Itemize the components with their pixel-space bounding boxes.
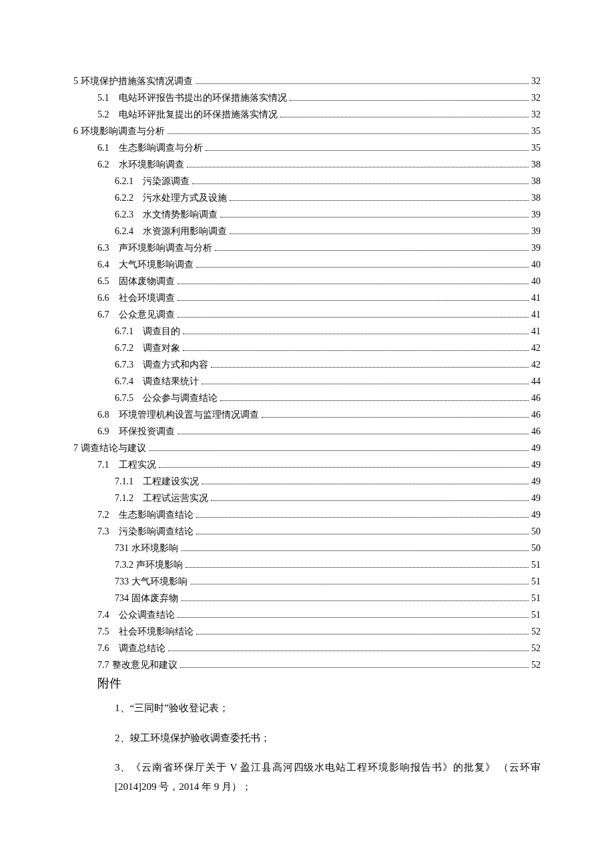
toc-entry: 734 固体废弃物51 [73,594,541,603]
toc-label: 调查结论与建议 [81,444,146,453]
toc-number: 6.7.3 [115,360,133,370]
toc-number: 6.2 [97,160,109,169]
toc-leader-dots [178,300,529,301]
toc-page-number: 44 [531,377,541,386]
toc-label: 社会环境调查 [119,294,175,303]
toc-entry: 6.7.3调查方式和内容42 [73,360,541,370]
toc-leader-dots [215,250,529,251]
toc-leader-dots [230,234,529,234]
toc-number: 6.2.1 [115,177,133,186]
toc-label: 污水处理方式及设施 [143,193,227,203]
toc-number: 7.3 [97,527,109,536]
toc-number: 6.1 [97,143,109,153]
toc-entry: 6.5固体废物调查40 [73,277,541,286]
toc-label: 公众意见调查 [119,310,175,320]
toc-label: 工程试运营实况 [143,494,208,503]
toc-leader-dots [196,267,529,268]
toc-page-number: 38 [531,160,541,169]
toc-entry: 6.7.4调查结果统计44 [73,377,541,386]
toc-page-number: 52 [531,661,541,670]
toc-number: 7.1.1 [115,477,133,486]
toc-leader-dots [178,284,529,284]
toc-page-number: 32 [531,93,541,103]
toc-entry: 6.2.1污染源调查38 [73,177,541,186]
toc-number: 6.2.4 [115,227,133,236]
toc-leader-dots [168,650,529,651]
toc-entry: 6.7公众意见调查41 [73,310,541,320]
toc-entry: 7.3.2 声环境影响51 [73,560,541,570]
toc-label: 调查对象 [143,344,180,353]
toc-leader-dots [202,484,529,484]
toc-page-number: 46 [531,394,541,403]
toc-number: 6.7.4 [115,377,133,386]
toc-page-number: 35 [531,127,541,136]
toc-leader-dots [196,517,529,518]
toc-leader-dots [181,550,529,551]
toc-label: 调查总结论 [119,644,166,653]
toc-label: 调查结果统计 [143,377,199,386]
toc-leader-dots [202,384,529,384]
toc-leader-dots [196,534,529,534]
toc-label: 工程建设实况 [143,477,199,486]
toc-entry: 6.7.1调查目的41 [73,327,541,336]
toc-leader-dots [211,500,529,501]
toc-page-number: 38 [531,177,541,186]
toc-leader-dots [230,200,529,201]
toc-label: 电站环评报告书提出的环保措施落实情况 [119,93,287,103]
toc-number: 731 [115,544,129,553]
toc-label: 水文情势影响调查 [143,210,218,220]
toc-page-number: 50 [531,527,541,536]
toc-number: 6.2.2 [115,193,133,203]
toc-page-number: 46 [531,427,541,436]
toc-number: 6.7.5 [115,394,133,403]
toc-page-number: 49 [531,444,541,453]
toc-page-number: 41 [531,294,541,303]
toc-number: 7.1 [97,460,109,470]
toc-leader-dots [196,83,529,84]
attachment-item: 2、竣工环境保护验收调查委托书； [115,729,541,748]
toc-leader-dots [220,217,529,218]
toc-leader-dots [159,467,529,468]
toc-label: 大气环境影响调查 [119,260,194,270]
toc-entry: 7.1.2工程试运营实况49 [73,494,541,503]
toc-page-number: 49 [531,510,541,520]
toc-leader-dots [190,584,529,584]
toc-entry: 7.1工程实况49 [73,460,541,470]
toc-label: 整改意见和建议 [112,661,178,670]
toc-number: 5.1 [97,93,109,103]
toc-entry: 7.7 整改意见和建议52 [73,661,541,670]
toc-number: 7.4 [97,610,109,620]
toc-label: 大气环境影响 [131,577,188,586]
toc-page-number: 39 [531,244,541,253]
toc-number: 6.9 [97,427,109,436]
toc-number: 6 [73,127,78,136]
toc-label: 声环境影响调查与分析 [119,244,212,253]
toc-page-number: 41 [531,310,541,320]
toc-entry: 7.1.1工程建设实况49 [73,477,541,486]
toc-number: 6.5 [97,277,109,286]
toc-label: 调查方式和内容 [143,360,208,370]
toc-leader-dots [196,634,529,634]
toc-leader-dots [206,150,529,151]
toc-entry: 5.2电站环评批复提出的环保措施落实情况32 [73,110,541,119]
toc-leader-dots [262,417,529,418]
toc-number: 7.2 [97,510,109,520]
toc-page-number: 51 [531,560,541,570]
toc-entry: 6.6社会环境调查41 [73,294,541,303]
toc-leader-dots [149,450,529,451]
toc-label: 污染影响调查结论 [119,527,194,536]
attachments-list: 1、“三同时”验收登记表；2、竣工环境保护验收调查委托书；3、《云南省环保厅关于… [73,699,541,796]
toc-entry: 7.5社会环境影响结论52 [73,627,541,636]
toc-entry: 6.2水环境影响调查38 [73,160,541,169]
toc-leader-dots [183,350,529,351]
toc-page-number: 35 [531,143,541,153]
toc-entry: 6.1生态影响调查与分析35 [73,143,541,153]
toc-page-number: 32 [531,110,541,119]
toc-page-number: 46 [531,410,541,420]
attachment-item: 1、“三同时”验收登记表； [115,699,541,718]
toc-number: 7.6 [97,644,109,653]
toc-label: 工程实况 [119,460,156,470]
toc-entry: 5.1电站环评报告书提出的环保措施落实情况32 [73,93,541,103]
toc-entry: 7调查结论与建议49 [73,444,541,453]
toc-page-number: 49 [531,494,541,503]
